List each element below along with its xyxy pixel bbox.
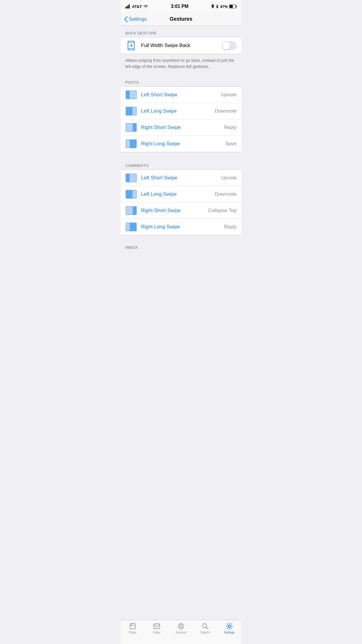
- posts-right-short-swipe-value: Reply: [224, 125, 237, 130]
- left-long-swipe-icon: [125, 106, 137, 116]
- spacer2: [121, 235, 241, 241]
- spacer1: [121, 152, 241, 158]
- svg-rect-2: [128, 5, 129, 8]
- comments-left-short-swipe-value: Upvote: [221, 175, 237, 181]
- back-button[interactable]: Settings: [124, 16, 147, 22]
- posts-right-short-swipe-row[interactable]: Right Short Swipe Reply: [121, 119, 241, 136]
- swipe-back-description: Allows swiping from anywhere to go back,…: [121, 54, 241, 75]
- comments-left-long-swipe-row[interactable]: Left Long Swipe Downvote: [121, 186, 241, 202]
- comments-left-long-swipe-label: Left Long Swipe: [141, 191, 215, 197]
- posts-left-short-swipe-value: Upvote: [221, 92, 237, 98]
- status-right: 47%: [211, 4, 237, 9]
- comments-right-long-swipe-value: Reply: [224, 224, 237, 230]
- posts-left-long-swipe-label: Left Long Swipe: [141, 108, 215, 114]
- posts-right-long-swipe-label: Right Long Swipe: [141, 141, 225, 147]
- back-gesture-section-header: BACK GESTURE: [121, 26, 241, 37]
- svg-rect-27: [126, 190, 132, 198]
- comments-section-header: COMMENTS: [121, 158, 241, 169]
- signal-icon: [125, 4, 131, 8]
- comments-right-short-swipe-row[interactable]: Right Short Swipe Collapse Top: [121, 202, 241, 219]
- posts-right-short-swipe-label: Right Short Swipe: [141, 125, 224, 130]
- left-short-swipe-icon: [125, 90, 137, 99]
- posts-section-header: POSTS: [121, 75, 241, 86]
- comments-card: Left Short Swipe Upvote Left Long Swipe …: [121, 169, 241, 235]
- swipe-back-icon: [125, 40, 137, 51]
- full-width-swipe-toggle[interactable]: [222, 41, 237, 50]
- svg-rect-12: [126, 91, 129, 99]
- posts-left-short-swipe-label: Left Short Swipe: [141, 92, 221, 98]
- right-short-swipe-icon: [125, 123, 137, 132]
- posts-left-long-swipe-value: Downvote: [215, 108, 237, 114]
- full-width-swipe-row[interactable]: Full Width Swipe Back: [121, 37, 241, 54]
- comments-left-long-icon: [125, 190, 137, 199]
- bottom-spacer: [121, 251, 241, 281]
- posts-left-short-swipe-row[interactable]: Left Short Swipe Upvote: [121, 87, 241, 103]
- svg-rect-1: [126, 6, 127, 8]
- back-gesture-card: Full Width Swipe Back: [121, 37, 241, 54]
- comments-right-short-icon: [125, 206, 137, 215]
- posts-right-long-swipe-row[interactable]: Right Long Swipe Save: [121, 136, 241, 152]
- carrier-label: AT&T: [132, 4, 142, 9]
- battery-icon: [229, 4, 237, 8]
- wifi-icon: [143, 5, 148, 8]
- status-bar: AT&T 3:01 PM 47%: [121, 0, 241, 13]
- svg-rect-15: [126, 107, 132, 115]
- back-label: Settings: [129, 16, 147, 22]
- nav-bar: Settings Gestures: [121, 13, 241, 26]
- comments-left-long-swipe-value: Downvote: [215, 191, 237, 197]
- phone-swipe-icon: [126, 41, 136, 50]
- page-title: Gestures: [170, 16, 192, 22]
- bluetooth-icon: [216, 4, 219, 8]
- posts-right-long-swipe-value: Save: [225, 141, 237, 147]
- toggle-knob: [222, 42, 230, 50]
- svg-rect-24: [126, 174, 129, 182]
- location-icon: [211, 4, 214, 8]
- comments-right-long-swipe-label: Right Long Swipe: [141, 224, 224, 230]
- comments-right-short-swipe-label: Right Short Swipe: [141, 208, 208, 214]
- status-left: AT&T: [125, 4, 148, 9]
- comments-right-short-swipe-value: Collapse Top: [208, 208, 237, 214]
- battery-label: 47%: [220, 4, 228, 9]
- svg-rect-7: [229, 5, 233, 8]
- comments-right-long-swipe-row[interactable]: Right Long Swipe Reply: [121, 219, 241, 235]
- comments-right-long-icon: [125, 222, 137, 232]
- svg-rect-21: [130, 140, 136, 148]
- full-width-swipe-label: Full Width Swipe Back: [141, 43, 222, 48]
- inbox-section-header: INBOX: [121, 241, 241, 251]
- right-long-swipe-icon: [125, 139, 137, 148]
- posts-left-long-swipe-row[interactable]: Left Long Swipe Downvote: [121, 103, 241, 119]
- svg-rect-6: [236, 6, 237, 7]
- svg-rect-18: [133, 123, 136, 132]
- comments-left-short-swipe-row[interactable]: Left Short Swipe Upvote: [121, 170, 241, 186]
- svg-rect-0: [125, 7, 126, 8]
- comments-left-short-swipe-label: Left Short Swipe: [141, 175, 221, 181]
- posts-card: Left Short Swipe Upvote Left Long Swipe …: [121, 86, 241, 152]
- svg-point-4: [212, 5, 213, 6]
- comments-left-short-icon: [125, 173, 137, 183]
- status-time: 3:01 PM: [171, 4, 188, 9]
- svg-rect-30: [133, 206, 136, 215]
- back-chevron-icon: [124, 16, 128, 22]
- svg-rect-33: [130, 223, 136, 231]
- svg-rect-3: [129, 4, 130, 8]
